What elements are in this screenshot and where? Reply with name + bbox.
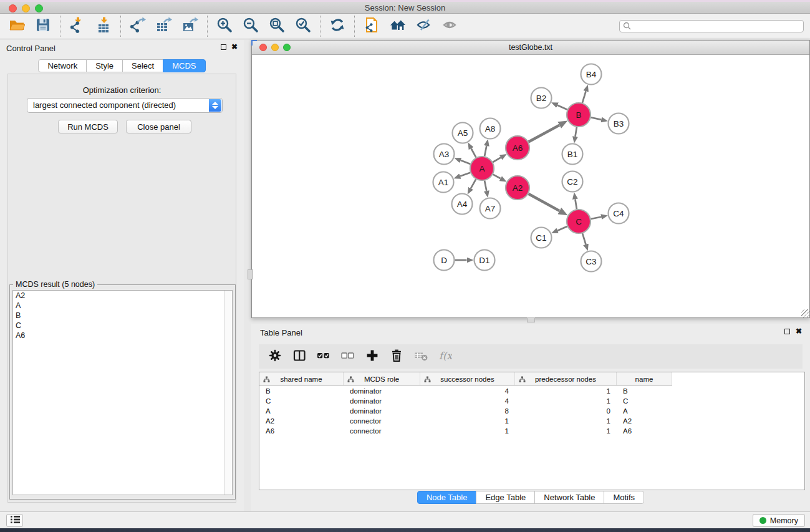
- graph-node-A6[interactable]: A6: [506, 136, 529, 160]
- graph-edge-A-A5[interactable]: [471, 148, 476, 157]
- graph-node-C2[interactable]: C2: [562, 172, 583, 192]
- import-network-button[interactable]: [64, 15, 90, 37]
- home-button[interactable]: [385, 15, 411, 37]
- result-list-item[interactable]: C: [13, 321, 232, 331]
- network-window-titlebar[interactable]: testGlobe.txt: [252, 41, 809, 55]
- save-session-button[interactable]: [30, 15, 56, 37]
- graph-edge-B-B4[interactable]: [582, 91, 586, 103]
- graph-node-D[interactable]: D: [434, 250, 455, 271]
- tab-node-table[interactable]: Node Table: [417, 491, 477, 504]
- column-header-MCDS-role[interactable]: MCDS role: [344, 372, 420, 386]
- network-graph[interactable]: A A1 A2 A3 A4 A5 A6 A7 A8 B B1 B2 B3 B4 …: [252, 55, 809, 317]
- export-image-button[interactable]: [177, 15, 203, 37]
- open-network-file-button[interactable]: [359, 15, 385, 37]
- graph-edge-A-A3[interactable]: [461, 160, 471, 164]
- graph-edge-A-A2[interactable]: [493, 175, 501, 179]
- zoom-in-button[interactable]: [211, 15, 238, 37]
- graph-node-B1[interactable]: B1: [562, 144, 583, 165]
- result-list-scrollbar[interactable]: [224, 291, 232, 495]
- graph-node-B2[interactable]: B2: [531, 88, 552, 109]
- splitter-grip-left[interactable]: [248, 269, 253, 279]
- deselect-all-button[interactable]: [340, 349, 355, 365]
- graph-edge-A6-B[interactable]: [529, 125, 560, 142]
- graph-edge-C-C4[interactable]: [591, 217, 602, 219]
- graph-node-A2[interactable]: A2: [506, 176, 529, 200]
- node-table[interactable]: shared nameMCDS rolesuccessor nodesprede…: [259, 372, 805, 490]
- window-resize-handle[interactable]: [801, 309, 809, 317]
- graph-edge-B-B3[interactable]: [591, 117, 602, 120]
- add-row-button[interactable]: [365, 349, 380, 365]
- run-mcds-button[interactable]: Run MCDS: [58, 120, 118, 133]
- zoom-out-button[interactable]: [238, 15, 264, 37]
- result-list-item[interactable]: B: [13, 311, 232, 321]
- graph-edge-B-B2[interactable]: [557, 105, 567, 110]
- graph-node-A1[interactable]: A1: [433, 172, 454, 193]
- graph-edge-C-C3[interactable]: [582, 233, 586, 244]
- graph-node-B3[interactable]: B3: [609, 114, 629, 134]
- graph-edge-C-C1[interactable]: [557, 226, 567, 231]
- tab-edge-table[interactable]: Edge Table: [476, 491, 535, 504]
- task-list-button[interactable]: [6, 514, 23, 527]
- graph-node-A7[interactable]: A7: [480, 198, 501, 219]
- tab-motifs[interactable]: Motifs: [604, 491, 644, 504]
- close-table-panel-icon[interactable]: ✖: [796, 327, 802, 336]
- graph-edge-C-C2[interactable]: [575, 199, 577, 209]
- refresh-layout-button[interactable]: [324, 15, 350, 37]
- delete-row-button[interactable]: [389, 349, 404, 365]
- table-row[interactable]: Adominator80A: [259, 406, 804, 416]
- graph-node-A[interactable]: A: [470, 157, 494, 180]
- table-row[interactable]: A6connector11A6: [259, 426, 804, 436]
- function-builder-button[interactable]: f(x): [438, 349, 453, 365]
- tab-network[interactable]: Network: [38, 59, 87, 72]
- graph-node-B[interactable]: B: [567, 103, 591, 127]
- column-header-shared-name[interactable]: shared name: [259, 372, 344, 386]
- table-row[interactable]: Cdominator41C: [259, 396, 804, 406]
- open-folder-button[interactable]: [4, 15, 30, 37]
- graph-edge-A2-C[interactable]: [529, 194, 560, 211]
- mcds-result-list[interactable]: A2ABCA6: [12, 290, 233, 495]
- columns-button[interactable]: [292, 349, 307, 365]
- float-table-panel-icon[interactable]: [784, 329, 790, 334]
- zoom-fit-button[interactable]: [264, 15, 290, 37]
- delete-table-button[interactable]: [413, 349, 428, 365]
- graph-node-C4[interactable]: C4: [609, 203, 629, 224]
- result-list-item[interactable]: A2: [13, 291, 232, 301]
- gear-button[interactable]: [268, 349, 282, 365]
- column-header-predecessor-nodes[interactable]: predecessor nodes: [515, 372, 617, 386]
- graph-edge-B-B1[interactable]: [576, 127, 577, 137]
- table-row[interactable]: Bdominator41B: [259, 386, 804, 396]
- graph-edge-A-A8[interactable]: [485, 146, 486, 157]
- select-all-button[interactable]: [316, 349, 331, 365]
- tab-mcds[interactable]: MCDS: [163, 59, 205, 72]
- graph-node-C1[interactable]: C1: [531, 228, 552, 248]
- tab-network-table[interactable]: Network Table: [534, 491, 604, 504]
- graph-edge-A-A7[interactable]: [485, 181, 486, 191]
- tab-style[interactable]: Style: [86, 59, 123, 72]
- graph-node-A4[interactable]: A4: [452, 194, 473, 215]
- import-table-button[interactable]: [90, 15, 117, 37]
- result-list-item[interactable]: A6: [13, 331, 232, 341]
- float-panel-icon[interactable]: [221, 44, 226, 50]
- graph-node-A3[interactable]: A3: [434, 144, 455, 165]
- graph-node-C[interactable]: C: [567, 210, 591, 233]
- export-table-button[interactable]: [151, 15, 177, 37]
- network-canvas[interactable]: A A1 A2 A3 A4 A5 A6 A7 A8 B B1 B2 B3 B4 …: [252, 55, 809, 317]
- close-panel-icon[interactable]: ✖: [231, 42, 238, 51]
- memory-button[interactable]: Memory: [753, 514, 805, 527]
- birdseye-view-button[interactable]: [437, 15, 463, 37]
- search-input[interactable]: [619, 20, 804, 32]
- graph-edge-A-A6[interactable]: [493, 158, 501, 163]
- export-network-button[interactable]: [125, 15, 151, 37]
- graph-node-A5[interactable]: A5: [453, 123, 473, 143]
- column-header-successor-nodes[interactable]: successor nodes: [420, 372, 515, 386]
- table-row[interactable]: A2connector11A2: [259, 416, 804, 426]
- graph-node-A8[interactable]: A8: [480, 118, 501, 139]
- graph-node-B4[interactable]: B4: [581, 64, 602, 85]
- splitter-grip-bottom[interactable]: [527, 317, 535, 322]
- graph-node-C3[interactable]: C3: [581, 251, 602, 272]
- criterion-dropdown[interactable]: largest connected component (directed): [27, 98, 223, 113]
- graph-edge-A-A4[interactable]: [471, 179, 476, 188]
- zoom-selected-button[interactable]: [290, 15, 316, 37]
- graph-node-D1[interactable]: D1: [475, 250, 495, 271]
- graph-edge-A-A1[interactable]: [460, 173, 470, 177]
